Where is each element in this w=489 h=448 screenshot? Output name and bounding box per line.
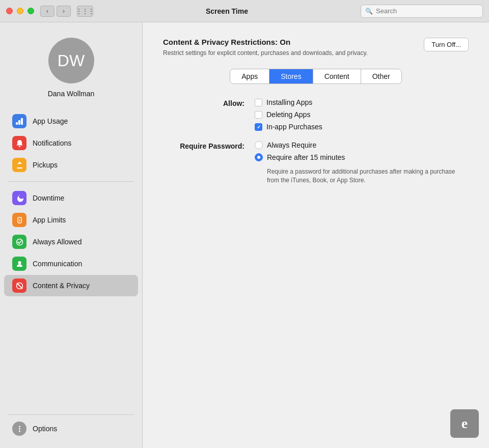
avatar: DW <box>48 38 94 83</box>
deleting-apps-label: Deleting Apps <box>266 110 310 119</box>
svg-point-3 <box>19 146 20 147</box>
sidebar-item-content-privacy[interactable]: Content & Privacy <box>4 275 138 296</box>
always-require-row: Always Require <box>255 141 460 149</box>
sidebar-item-pickups[interactable]: Pickups <box>4 154 138 176</box>
sidebar-item-label: Always Allowed <box>33 238 82 246</box>
installing-apps-label: Installing Apps <box>266 98 312 106</box>
svg-point-8 <box>18 261 21 264</box>
sidebar: DW Dana Wollman App Usage <box>0 22 143 448</box>
always-allowed-icon <box>12 235 26 249</box>
restrictions-title: Content & Privacy Restrictions: On <box>163 38 368 46</box>
tab-stores[interactable]: Stores <box>269 69 313 83</box>
grid-button[interactable]: ⋮⋮⋮ <box>77 6 93 17</box>
sidebar-item-app-limits[interactable]: App Limits <box>4 209 138 231</box>
svg-line-10 <box>17 283 22 288</box>
svg-rect-1 <box>18 120 20 125</box>
tabs: Apps Stores Content Other <box>230 69 401 84</box>
close-button[interactable] <box>6 8 13 14</box>
always-require-label: Always Require <box>267 141 316 149</box>
communication-icon <box>12 257 26 271</box>
user-profile: DW Dana Wollman <box>0 22 142 108</box>
sidebar-item-label: Downtime <box>33 194 64 202</box>
sidebar-item-communication[interactable]: Communication <box>4 253 138 274</box>
sidebar-divider-bottom <box>8 414 134 415</box>
pickups-icon <box>12 158 26 172</box>
search-input[interactable] <box>376 7 478 15</box>
require-15-row: Require after 15 minutes <box>255 153 460 161</box>
allow-label: Allow: <box>163 98 244 107</box>
always-require-radio[interactable] <box>255 141 263 149</box>
inapp-purchases-checkbox[interactable] <box>255 123 262 131</box>
titlebar: ‹ › ⋮⋮⋮ Screen Time 🔍 <box>0 0 489 22</box>
minimize-button[interactable] <box>17 8 23 14</box>
sidebar-item-label: App Limits <box>33 216 66 224</box>
back-button[interactable]: ‹ <box>40 6 55 17</box>
search-icon: 🔍 <box>365 8 373 15</box>
svg-point-11 <box>19 428 20 430</box>
app-usage-icon <box>12 114 26 128</box>
sidebar-item-app-usage[interactable]: App Usage <box>4 110 138 132</box>
deleting-apps-row: Deleting Apps <box>255 110 322 119</box>
user-name: Dana Wollman <box>48 90 95 98</box>
password-options: Always Require Require after 15 minutes … <box>255 141 460 185</box>
sidebar-item-notifications[interactable]: Notifications <box>4 132 138 154</box>
maximize-button[interactable] <box>28 8 34 14</box>
password-label: Require Password: <box>163 141 244 150</box>
tab-apps[interactable]: Apps <box>230 69 269 83</box>
allow-options: Installing Apps Deleting Apps In-app Pur… <box>255 98 322 131</box>
require-15-radio[interactable] <box>255 153 263 161</box>
svg-point-13 <box>19 430 20 432</box>
turn-off-button[interactable]: Turn Off... <box>424 38 469 51</box>
content-header-left: Content & Privacy Restrictions: On Restr… <box>163 38 368 57</box>
sidebar-item-label: App Usage <box>33 117 68 125</box>
engadget-watermark: e <box>450 409 479 438</box>
sidebar-item-label: Communication <box>33 260 82 268</box>
downtime-icon <box>12 191 26 205</box>
require-15-label: Require after 15 minutes <box>267 153 345 161</box>
content-area: Content & Privacy Restrictions: On Restr… <box>143 22 489 448</box>
svg-rect-0 <box>16 122 18 125</box>
svg-point-12 <box>19 426 20 427</box>
sidebar-item-label: Content & Privacy <box>33 282 90 290</box>
tab-other[interactable]: Other <box>361 69 401 83</box>
sidebar-item-label: Notifications <box>33 139 71 147</box>
traffic-lights <box>6 8 34 14</box>
sidebar-divider <box>8 181 134 182</box>
restrictions-subtitle: Restrict settings for explicit content, … <box>163 49 368 57</box>
inapp-purchases-row: In-app Purchases <box>255 123 322 131</box>
tab-content[interactable]: Content <box>313 69 361 83</box>
nav-buttons: ‹ › <box>40 6 71 17</box>
svg-rect-4 <box>17 167 22 169</box>
main-layout: DW Dana Wollman App Usage <box>0 22 489 448</box>
content-privacy-icon <box>12 278 26 293</box>
sidebar-item-downtime[interactable]: Downtime <box>4 187 138 209</box>
tabs-container: Apps Stores Content Other <box>163 69 469 84</box>
forward-button[interactable]: › <box>57 6 71 17</box>
password-row: Require Password: Always Require Require… <box>163 141 469 185</box>
installing-apps-row: Installing Apps <box>255 98 322 106</box>
sidebar-item-options[interactable]: Options <box>4 418 138 439</box>
password-description: Require a password for additional purcha… <box>267 167 460 185</box>
sidebar-item-label: Pickups <box>33 161 58 169</box>
notifications-icon <box>12 136 26 150</box>
svg-rect-2 <box>21 118 23 125</box>
inapp-purchases-label: In-app Purchases <box>266 123 322 131</box>
sidebar-item-label: Options <box>33 425 57 433</box>
sidebar-section-top: App Usage Notifications <box>0 108 142 178</box>
window-title: Screen Time <box>93 7 361 15</box>
content-header: Content & Privacy Restrictions: On Restr… <box>163 38 469 57</box>
sidebar-section-bottom: Downtime App Limits Alwa <box>0 185 142 299</box>
sidebar-item-always-allowed[interactable]: Always Allowed <box>4 231 138 253</box>
search-bar[interactable]: 🔍 <box>361 5 483 18</box>
allow-row: Allow: Installing Apps Deleting Apps In-… <box>163 98 469 131</box>
sidebar-bottom: Options <box>0 407 142 448</box>
settings-section: Allow: Installing Apps Deleting Apps In-… <box>163 98 469 185</box>
installing-apps-checkbox[interactable] <box>255 99 262 106</box>
deleting-apps-checkbox[interactable] <box>255 111 262 119</box>
options-icon <box>12 422 26 436</box>
app-limits-icon <box>12 213 26 227</box>
